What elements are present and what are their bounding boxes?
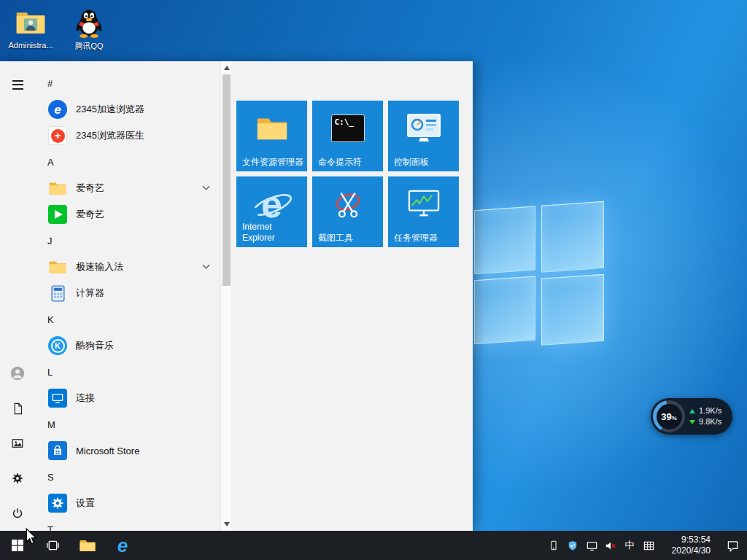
app-item-iqiyi[interactable]: 爱奇艺 (35, 201, 219, 228)
tray-ime-indicator[interactable]: 中 (620, 539, 639, 552)
tile-file-explorer[interactable]: 文件资源管理器 (236, 101, 307, 171)
start-tiles-grid: 文件资源管理器 C:\_ 命令提示符 控制面板 e Internet Explo… (236, 101, 459, 247)
pictures-icon (11, 437, 24, 450)
tile-label: 文件资源管理器 (242, 157, 305, 168)
user-account-button[interactable] (0, 356, 35, 391)
pictures-button[interactable] (0, 426, 35, 461)
settings-button[interactable] (0, 461, 35, 496)
download-arrow-icon (689, 420, 695, 424)
usage-percent: 39 (661, 411, 671, 422)
settings-gear-icon (47, 493, 68, 513)
desktop-icons: Administra... 腾讯QQ (4, 6, 115, 52)
tile-label: 命令提示符 (318, 157, 381, 168)
tray-clock[interactable]: 9:53:54 2020/4/30 (664, 534, 711, 556)
chevron-down-icon[interactable] (202, 185, 210, 191)
tile-task-manager[interactable]: 任务管理器 (388, 176, 459, 247)
documents-button[interactable] (0, 391, 35, 426)
hamburger-icon (12, 80, 23, 90)
internet-explorer-icon: e (236, 182, 307, 226)
microsoft-store-icon (47, 440, 68, 461)
app-section-k[interactable]: K (35, 306, 219, 332)
power-icon (11, 507, 24, 520)
power-button[interactable] (0, 496, 35, 531)
qq-penguin-icon (72, 6, 106, 39)
usage-percent-unit: % (672, 415, 677, 421)
app-section-l[interactable]: L (35, 359, 219, 385)
upload-arrow-icon (689, 409, 695, 413)
tray-shield-icon[interactable] (563, 531, 582, 560)
app-item-label: 爱奇艺 (76, 182, 104, 195)
action-center-icon (727, 540, 739, 552)
upload-speed-row: 1.9K/s (689, 407, 721, 415)
desktop-icon-qq[interactable]: 腾讯QQ (63, 6, 115, 52)
chevron-down-icon[interactable] (202, 264, 210, 270)
app-item-2345-browser[interactable]: e 2345加速浏览器 (35, 96, 219, 122)
app-item-connect[interactable]: 连接 (35, 385, 219, 411)
tile-internet-explorer[interactable]: e Internet Explorer (236, 176, 307, 247)
network-monitor-widget[interactable]: 39 % 1.9K/s 9.8K/s (651, 398, 732, 435)
2345-browser-icon: e (47, 99, 68, 120)
app-section-t[interactable]: T (35, 516, 219, 531)
taskbar-browser-button[interactable]: e (105, 531, 140, 560)
tile-control-panel[interactable]: 控制面板 (388, 101, 459, 171)
tray-ime-grid-icon[interactable] (639, 531, 658, 560)
logo-pane (541, 274, 604, 346)
app-section-j[interactable]: J (35, 228, 219, 254)
app-item-label: Microsoft Store (76, 446, 139, 456)
app-item-label: 2345浏览器医生 (76, 129, 144, 142)
download-speed-row: 9.8K/s (689, 418, 721, 426)
administrator-folder-icon (14, 6, 47, 39)
start-app-list: # e 2345加速浏览器 + 2345浏览器医生 A 爱奇艺 爱奇艺 J 极速… (35, 61, 219, 531)
tile-label: 控制面板 (394, 157, 457, 168)
app-item-label: 计算器 (76, 287, 104, 300)
app-item-settings[interactable]: 设置 (35, 490, 219, 516)
app-item-label: 极速输入法 (76, 260, 123, 273)
desktop-icon-administrator[interactable]: Administra... (4, 6, 57, 52)
scroll-up-arrow[interactable] (221, 63, 232, 73)
scrollbar-thumb[interactable] (222, 74, 231, 286)
folder-icon (79, 537, 96, 554)
tile-label: 任务管理器 (394, 233, 457, 244)
usage-gauge: 39 % (653, 400, 685, 432)
app-item-microsoft-store[interactable]: Microsoft Store (35, 438, 219, 464)
app-section-s[interactable]: S (35, 464, 219, 490)
download-speed: 9.8K/s (699, 418, 721, 426)
app-item-iqiyi-folder[interactable]: 爱奇艺 (35, 175, 219, 201)
clock-time: 9:53:54 (664, 534, 711, 545)
app-item-label: 连接 (76, 392, 95, 405)
task-manager-icon (388, 182, 459, 226)
app-section-hash[interactable]: # (35, 70, 219, 96)
expand-menu-button[interactable] (0, 67, 35, 102)
app-section-m[interactable]: M (35, 411, 219, 438)
app-item-label: 设置 (76, 497, 95, 510)
app-item-label: 爱奇艺 (76, 208, 104, 221)
ie-e-icon: e (117, 536, 128, 555)
2345-doctor-icon: + (47, 125, 68, 146)
desktop-icon-label: Administra... (8, 41, 53, 50)
mouse-cursor (25, 528, 38, 545)
app-section-a[interactable]: A (35, 149, 219, 175)
taskbar-file-explorer-button[interactable] (70, 531, 105, 560)
app-item-kugou[interactable]: K 酷狗音乐 (35, 332, 219, 359)
tile-snipping-tool[interactable]: 截图工具 (312, 176, 383, 247)
app-item-2345-doctor[interactable]: + 2345浏览器医生 (35, 122, 219, 149)
calculator-icon (47, 283, 68, 303)
tray-volume-muted-icon[interactable] (601, 531, 620, 560)
tile-label: Internet Explorer (242, 222, 305, 244)
tile-label: 截图工具 (318, 233, 381, 244)
desktop-icon-label: 腾讯QQ (74, 41, 103, 52)
windows-logo-icon (12, 540, 23, 551)
app-list-scrollbar[interactable] (220, 61, 231, 531)
start-menu-rail (0, 61, 35, 531)
app-item-calculator[interactable]: 计算器 (35, 280, 219, 306)
logo-pane (474, 276, 535, 344)
tile-command-prompt[interactable]: C:\_ 命令提示符 (312, 101, 383, 171)
app-item-jisu-ime-folder[interactable]: 极速输入法 (35, 254, 219, 280)
tray-network-icon[interactable] (582, 531, 601, 560)
task-view-button[interactable] (35, 531, 70, 560)
action-center-button[interactable] (718, 531, 747, 560)
start-menu: # e 2345加速浏览器 + 2345浏览器医生 A 爱奇艺 爱奇艺 J 极速… (0, 61, 473, 531)
scroll-down-arrow[interactable] (221, 519, 232, 529)
logo-pane (474, 206, 535, 274)
tray-device-icon[interactable] (544, 531, 563, 560)
